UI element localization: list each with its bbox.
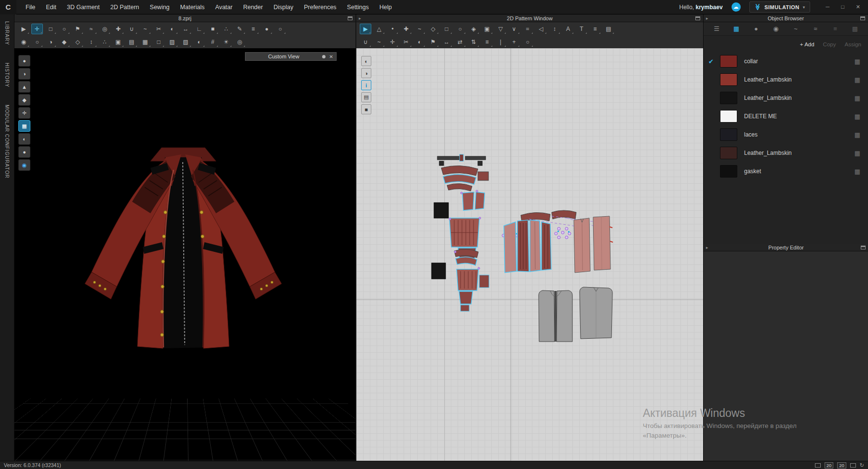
menu-item[interactable]: File [20, 0, 41, 14]
fabric-type-icon[interactable]: ▦ [854, 76, 860, 83]
pin-tool-icon[interactable]: ⚑ [72, 24, 83, 34]
show-baseline-icon[interactable]: ◑ [361, 68, 371, 78]
snap-size-badge[interactable]: 20 [837, 462, 846, 469]
flatten-tool-icon[interactable]: ■ [207, 24, 218, 34]
float-panel-icon[interactable] [348, 16, 353, 20]
free-sewing-icon[interactable]: ~ [139, 24, 151, 34]
tack-to-avatar-icon[interactable]: ◎ [99, 24, 110, 34]
buttonhole-tool-icon[interactable]: ○ [274, 24, 286, 34]
bounding-volume-icon[interactable]: ▣ [112, 37, 124, 47]
baseline-tool-icon[interactable]: | [495, 37, 506, 47]
free-sew-2d-icon[interactable]: ~ [373, 37, 385, 47]
lasso-select-icon[interactable]: ○ [58, 24, 70, 34]
add-button[interactable]: + Add [800, 41, 814, 47]
menu-item[interactable]: Display [268, 0, 298, 14]
pin-icon[interactable] [322, 55, 326, 58]
collapse-arrow-icon[interactable]: ▸ [706, 245, 708, 250]
fabric-swatch[interactable] [720, 73, 737, 86]
measure-tape-icon[interactable]: ↔ [180, 24, 191, 34]
simulate-icon[interactable]: ▶ [18, 24, 29, 34]
fabric-list-item[interactable]: ✔ laces ▦ [704, 125, 868, 144]
minimize-icon[interactable]: ─ [826, 4, 829, 10]
pattern-sleeve-stack-1[interactable] [434, 166, 488, 262]
gizmo-tool-icon[interactable]: ✚ [112, 24, 124, 34]
fabric-type-icon[interactable]: ▦ [854, 95, 860, 102]
unfold-tool-icon[interactable]: ⇅ [468, 37, 479, 47]
layers-2d-icon[interactable]: ▤ [361, 92, 371, 102]
stress-map-icon[interactable]: ▨ [166, 37, 178, 47]
pattern-2d-canvas[interactable]: ◐◑i▤■ [356, 48, 704, 461]
fabric-list-item[interactable]: ✔ Leather_Lambskin ▦ [704, 144, 868, 162]
avatar-skin-icon[interactable]: ◑ [45, 37, 56, 47]
close-icon[interactable]: ✕ [856, 4, 860, 10]
scene-list-tab-icon[interactable]: ☰ [711, 25, 722, 32]
display-settings-icon[interactable] [815, 463, 821, 468]
show-avatar-icon[interactable]: ◉ [18, 37, 29, 47]
transform-pattern-icon[interactable]: ▶ [360, 24, 371, 34]
fabric-tab-icon[interactable]: ▦ [731, 25, 742, 32]
wind-tool-icon[interactable]: ≈ [85, 24, 97, 34]
fabric-type-icon[interactable]: ▦ [854, 113, 860, 120]
pattern-sleeve-stack-2[interactable] [432, 249, 489, 311]
edit-point-icon[interactable]: • [387, 24, 398, 34]
select-mesh-box-icon[interactable]: □ [45, 24, 56, 34]
dock-tab[interactable]: HISTORY [4, 63, 10, 87]
arrangement-view-icon[interactable]: ◆ [18, 94, 30, 106]
detach-sew-2d-icon[interactable]: ✂ [400, 37, 412, 47]
mesh-view-icon[interactable]: ▦ [139, 37, 151, 47]
float-panel-icon[interactable] [860, 16, 865, 20]
avatar-body-icon[interactable]: ◑ [18, 68, 30, 80]
sphere-material-tab-icon[interactable]: ● [751, 25, 761, 32]
button-tool-icon[interactable]: ● [261, 24, 272, 34]
add-point-icon[interactable]: ✚ [400, 24, 412, 34]
edit-sew-icon[interactable]: ✛ [387, 37, 398, 47]
grid-floor-icon[interactable]: # [207, 37, 218, 47]
menu-item[interactable]: Settings [342, 0, 374, 14]
zipper-tool-icon[interactable]: ≡ [247, 24, 259, 34]
arrangement-point-icon[interactable]: ∴ [99, 37, 110, 47]
fold-arrangement-icon[interactable]: ◐ [166, 24, 178, 34]
menu-item[interactable]: Preferences [298, 0, 341, 14]
pin-2d-icon[interactable]: ⚑ [427, 37, 439, 47]
refresh-icon[interactable]: ↻ [860, 462, 864, 469]
internal-polygon-icon[interactable]: ◈ [468, 24, 479, 34]
strain-map-icon[interactable]: ▧ [180, 37, 191, 47]
float-panel-icon[interactable] [695, 16, 700, 20]
zoom-tool-icon[interactable]: ○ [522, 37, 533, 47]
mannequin-view-icon[interactable]: ● [18, 146, 30, 158]
dock-tab[interactable]: MODULAR CONFIGURATOR [4, 105, 10, 179]
grid-toggle-icon[interactable] [850, 463, 856, 468]
copy-button[interactable]: Copy [823, 41, 836, 47]
select-move-icon[interactable]: ✛ [31, 24, 43, 34]
shoes-icon[interactable]: ◆ [58, 37, 70, 47]
lock-pattern-icon[interactable]: ■ [361, 104, 371, 114]
globe-view-icon[interactable]: ◉ [18, 159, 30, 171]
dock-tab[interactable]: LIBRARY [4, 21, 10, 45]
measure-2d-icon[interactable]: ↔ [441, 37, 452, 47]
fabric-list-item[interactable]: ✔ Leather_Lambskin ▦ [704, 89, 868, 107]
menu-item[interactable]: Avatar [210, 0, 238, 14]
pose-view-icon[interactable]: ✛ [18, 107, 30, 119]
fabric-list-item[interactable]: ✔ DELETE ME ▦ [704, 107, 868, 125]
annotation-icon[interactable]: A [562, 24, 574, 34]
hide-avatar-icon[interactable]: ○ [31, 37, 43, 47]
grid-size-badge[interactable]: 20 [825, 462, 834, 469]
internal-rect-icon[interactable]: ▣ [481, 24, 493, 34]
pattern-info-icon[interactable]: i [361, 80, 371, 90]
pattern-bodice-panels[interactable] [504, 220, 551, 273]
grainline-tab-icon[interactable]: ▩ [850, 25, 860, 32]
grading-icon[interactable]: ≡ [589, 24, 601, 34]
fabric-swatch[interactable] [720, 55, 737, 68]
edit-curvature-icon[interactable]: ~ [414, 24, 425, 34]
puckering-tab-icon[interactable]: ≈ [810, 25, 821, 32]
fabric-view-icon[interactable]: ▦ [18, 120, 30, 132]
fabric-swatch[interactable] [720, 110, 737, 123]
fabric-swatch[interactable] [720, 147, 737, 159]
style-view-icon[interactable]: ◐ [18, 133, 30, 145]
pose-editor-icon[interactable]: ↕ [85, 37, 97, 47]
avatar-head-icon[interactable]: ● [18, 55, 30, 67]
assign-button[interactable]: Assign [844, 41, 861, 47]
menu-item[interactable]: 3D Garment [62, 0, 105, 14]
fabric-list-item[interactable]: ✔ gasket ▦ [704, 162, 868, 180]
menu-item[interactable]: Edit [41, 0, 62, 14]
